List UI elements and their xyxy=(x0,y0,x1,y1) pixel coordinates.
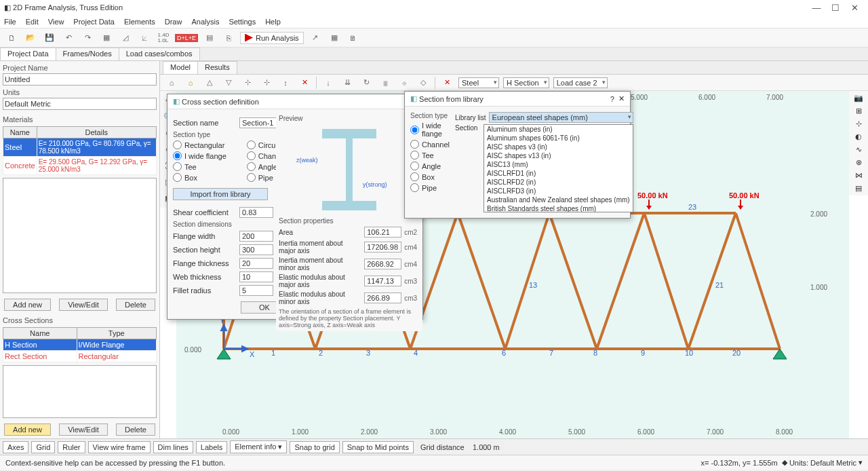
section-combo[interactable]: H Section xyxy=(503,77,549,88)
tool-icon[interactable]: ✕ xyxy=(297,75,312,90)
menu-project-data[interactable]: Project Data xyxy=(73,18,115,26)
tool-icon[interactable]: ⫼ xyxy=(378,75,393,90)
open-icon[interactable]: 📂 xyxy=(23,31,38,45)
library-list[interactable]: Aluminum shapes (in)Aluminum shapes 6061… xyxy=(484,124,633,212)
tool-icon[interactable]: ↻ xyxy=(359,75,374,90)
ruler-toggle[interactable]: Ruler xyxy=(58,441,85,453)
tool-icon[interactable]: ∿ xyxy=(856,145,862,154)
loadcase-combo[interactable]: Load case 2 xyxy=(553,77,608,88)
tool-icon[interactable]: △ xyxy=(202,75,217,90)
tool-icon[interactable]: ⊞ xyxy=(856,107,862,115)
tab-frames-nodes[interactable]: Frames/Nodes xyxy=(56,48,119,60)
menu-draw[interactable]: Draw xyxy=(165,18,182,26)
new-icon[interactable]: 🗋 xyxy=(4,31,19,45)
list-item[interactable]: AISC shapes v3 (in) xyxy=(484,143,633,151)
dim-input[interactable] xyxy=(239,285,273,296)
undo-icon[interactable]: ↶ xyxy=(61,31,76,45)
tool-icon[interactable]: ⊗ xyxy=(856,158,862,167)
dim-input[interactable] xyxy=(239,244,273,255)
shear-input[interactable] xyxy=(239,207,273,218)
view-edit-button[interactable]: View/Edit xyxy=(59,299,108,311)
run-analysis-button[interactable]: Run Analysis xyxy=(240,32,304,44)
doc-icon[interactable]: 🗎 xyxy=(346,31,361,45)
radio-rectangular[interactable]: Rectangular xyxy=(173,140,226,149)
table-row[interactable]: H SectionI/Wide Flange xyxy=(3,339,157,351)
tool-icon[interactable]: ⟐ xyxy=(397,75,412,90)
tab-project-data[interactable]: Project Data xyxy=(0,48,56,60)
tool-icon[interactable]: ⌂ xyxy=(164,75,179,90)
tool-icon[interactable]: ▤ xyxy=(202,31,217,45)
table-row[interactable]: ConcreteE= 29.500 GPa, G= 12.292 GPa, γ=… xyxy=(3,157,157,175)
materials-table[interactable]: NameDetails SteelE= 210.000 GPa, G= 80.7… xyxy=(3,126,157,175)
tool-icon[interactable]: ⊹ xyxy=(259,75,274,90)
radio-box[interactable]: Box xyxy=(173,173,226,182)
menu-help[interactable]: Help xyxy=(265,18,281,26)
tool-icon[interactable]: ↗ xyxy=(308,31,323,45)
units-input[interactable] xyxy=(3,98,157,110)
menu-edit[interactable]: Edit xyxy=(26,18,39,26)
list-item[interactable]: AISCLRFD1 (in) xyxy=(484,169,633,178)
list-item[interactable]: AISCLRFD2 (in) xyxy=(484,178,633,187)
project-name-input[interactable] xyxy=(3,73,157,86)
cross-sections-table[interactable]: NameType H SectionI/Wide Flange Rect Sec… xyxy=(3,327,157,362)
grid-toggle[interactable]: Grid xyxy=(31,441,55,453)
list-item[interactable]: Aluminum shapes 6061-T6 (in) xyxy=(484,134,633,143)
tool-icon[interactable]: ⊹ xyxy=(240,75,255,90)
axes-toggle[interactable]: Axes xyxy=(3,441,28,453)
tool-icon[interactable]: ↓ xyxy=(321,75,336,90)
redo-icon[interactable]: ↷ xyxy=(80,31,95,45)
dim-input[interactable] xyxy=(239,258,273,269)
help-icon[interactable]: ? xyxy=(610,95,614,103)
tab-results[interactable]: Results xyxy=(197,61,237,74)
dim-input[interactable] xyxy=(239,231,273,242)
view-wire-frame-toggle[interactable]: View wire frame xyxy=(88,441,151,453)
material-combo[interactable]: Steel xyxy=(458,77,499,88)
menu-elements[interactable]: Elements xyxy=(124,18,155,26)
list-item[interactable]: AISCLRFD3 (in) xyxy=(484,187,633,195)
delete-button[interactable]: Delete xyxy=(116,299,155,311)
tool-icon[interactable]: ◐ xyxy=(855,132,862,141)
maximize-button[interactable]: ☐ xyxy=(826,3,845,13)
list-item[interactable]: Australian and New Zealand steel shapes … xyxy=(484,195,633,204)
radio-i-wide-flange[interactable]: I wide flange xyxy=(173,151,226,160)
tool-icon[interactable]: ▦ xyxy=(99,31,114,45)
list-item[interactable]: AISC shapes v13 (in) xyxy=(484,151,633,160)
menu-file[interactable]: File xyxy=(4,18,16,26)
tool-icon[interactable]: ⟀ xyxy=(137,31,152,45)
list-item[interactable]: AISC13 (mm) xyxy=(484,160,633,169)
dim-input[interactable] xyxy=(239,271,273,282)
save-icon[interactable]: 💾 xyxy=(42,31,57,45)
table-row[interactable]: Rect SectionRectangular xyxy=(3,351,157,362)
radio-channel[interactable]: Channel xyxy=(410,140,450,149)
import-button[interactable]: Import from library xyxy=(173,188,268,200)
tool-icon[interactable]: ◇ xyxy=(416,75,431,90)
delete-icon[interactable]: ✕ xyxy=(439,75,454,90)
tool-icon[interactable]: ⋈ xyxy=(855,171,863,180)
add-new-button[interactable]: Add new xyxy=(4,423,51,436)
tool-icon[interactable]: ⎘ xyxy=(221,31,236,45)
menu-settings[interactable]: Settings xyxy=(229,18,256,26)
close-icon[interactable]: ✕ xyxy=(618,94,625,103)
list-item[interactable]: British Standards steel shapes (mm) xyxy=(484,204,633,212)
tab-load-cases-combos[interactable]: Load cases/combos xyxy=(119,48,200,60)
tool-icon[interactable]: ▤ xyxy=(855,184,862,193)
add-new-button[interactable]: Add new xyxy=(4,299,51,311)
view-edit-button[interactable]: View/Edit xyxy=(59,423,108,436)
radio-i-wide-flange[interactable]: I wide flange xyxy=(410,121,450,138)
tab-model[interactable]: Model xyxy=(163,61,198,74)
camera-icon[interactable]: 📷 xyxy=(854,94,863,102)
tool-icon[interactable]: 1.4D1.0L xyxy=(156,31,171,45)
tool-icon[interactable]: ◿ xyxy=(118,31,133,45)
tool-icon[interactable]: ⌂ xyxy=(183,75,198,90)
minimize-button[interactable]: — xyxy=(807,3,826,13)
tool-icon[interactable]: ⇊ xyxy=(340,75,355,90)
radio-angle[interactable]: Angle xyxy=(410,162,450,170)
library-combo[interactable]: European steel shapes (mm) xyxy=(489,112,633,123)
delete-button[interactable]: Delete xyxy=(116,423,155,436)
tool-icon[interactable]: ⊹ xyxy=(856,119,862,128)
radio-tee[interactable]: Tee xyxy=(173,162,226,171)
table-row[interactable]: SteelE= 210.000 GPa, G= 80.769 GPa, γ= 7… xyxy=(3,138,157,157)
table-icon[interactable]: ▦ xyxy=(327,31,342,45)
radio-box[interactable]: Box xyxy=(410,172,450,181)
close-button[interactable]: ✕ xyxy=(845,3,864,13)
